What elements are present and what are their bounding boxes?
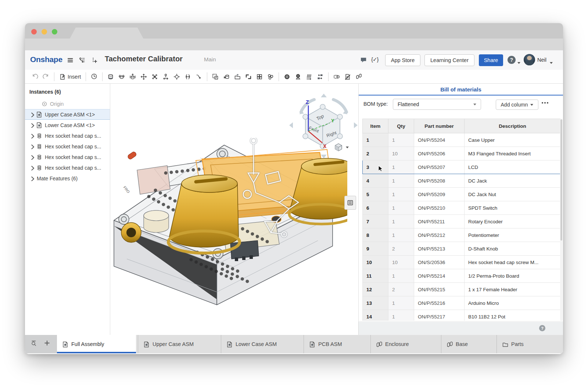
bom-row-selected[interactable]: 31ON/P/55207LCD xyxy=(363,160,561,174)
bom-panel-toggle-button[interactable] xyxy=(344,196,356,210)
rack-pinion-relation-icon[interactable] xyxy=(293,71,304,82)
tree-item-screw-2[interactable]: Hex socket head cap s... xyxy=(25,141,110,152)
select-parts-icon[interactable] xyxy=(210,71,221,82)
chevron-right-icon[interactable] xyxy=(29,176,35,181)
circular-pattern-icon[interactable] xyxy=(265,71,276,82)
tree-item-screw-1[interactable]: Hex socket head cap s... xyxy=(25,130,110,141)
bom-row[interactable]: 141ON/P/55217B10 11B2 12 Pot xyxy=(363,310,561,321)
bom-help-icon[interactable]: ? xyxy=(539,325,545,331)
chevron-right-icon[interactable] xyxy=(29,112,35,117)
undo-button[interactable] xyxy=(29,71,40,82)
app-store-button[interactable]: App Store xyxy=(385,54,420,66)
show-hidden-icon[interactable] xyxy=(342,71,353,82)
tab-parts-folder[interactable]: Parts xyxy=(496,335,553,353)
cylindrical-mate-icon[interactable] xyxy=(171,71,182,82)
view-options-caret-icon[interactable] xyxy=(346,147,349,148)
bom-row[interactable]: 122ON/P/552151 x 17 Female Header xyxy=(363,283,561,296)
bom-panel-title[interactable]: Bill of materials xyxy=(359,84,563,95)
snap-mode-icon[interactable] xyxy=(193,71,204,82)
tree-item-screw-3[interactable]: Hex socket head cap s... xyxy=(25,152,110,162)
zoom-window-button[interactable] xyxy=(52,29,57,35)
more-options-icon[interactable] xyxy=(542,102,548,104)
learning-center-button[interactable]: Learning Center xyxy=(424,54,474,66)
insert-button[interactable]: Insert xyxy=(57,73,83,80)
bom-row[interactable]: 51ON/P/55209DC Jack Nut xyxy=(363,188,561,201)
gear-relation-icon[interactable] xyxy=(282,71,293,82)
pin-slot-mate-icon[interactable] xyxy=(160,71,171,82)
bom-row[interactable]: 131ON/P/55216Arduino Micro xyxy=(363,296,561,310)
fastened-mate-icon[interactable] xyxy=(105,71,116,82)
replicate-icon[interactable] xyxy=(221,71,232,82)
tree-item-lower-case-asm[interactable]: Lower Case ASM <1> xyxy=(25,120,110,130)
col-desc[interactable]: Description xyxy=(465,119,561,133)
exploded-view-icon[interactable] xyxy=(353,71,364,82)
main-menu-hamburger-icon[interactable] xyxy=(66,56,74,64)
swap-instance-icon[interactable] xyxy=(315,71,326,82)
share-button[interactable]: Share xyxy=(479,54,503,66)
tab-base[interactable]: Base xyxy=(441,335,495,353)
chevron-right-icon[interactable] xyxy=(29,144,35,149)
revolute-mate-icon[interactable] xyxy=(116,71,127,82)
onshape-logo[interactable]: Onshape xyxy=(30,55,62,64)
tree-item-upper-case-asm[interactable]: Upper Case ASM <1> xyxy=(25,109,110,120)
minimize-window-button[interactable] xyxy=(42,29,47,35)
workspace-name[interactable]: Main xyxy=(204,56,216,62)
versions-graph-icon[interactable] xyxy=(78,56,86,64)
parallel-mate-icon[interactable] xyxy=(182,71,193,82)
graphics-viewport[interactable]: FRO xyxy=(110,84,358,335)
help-caret-icon[interactable] xyxy=(517,59,520,65)
chevron-right-icon[interactable] xyxy=(29,133,35,138)
featurescript-icon[interactable]: {✓} xyxy=(371,56,379,63)
view-options-button[interactable] xyxy=(334,143,349,152)
comments-icon[interactable] xyxy=(359,56,368,64)
bom-row[interactable]: 92ON/P/55213D-Shaft Knob xyxy=(363,242,561,256)
bom-row[interactable]: 11ON/P/55204Case Upper xyxy=(363,133,561,147)
follow-mode-icon[interactable] xyxy=(90,56,98,64)
avatar[interactable] xyxy=(524,54,535,65)
bom-row[interactable]: 41ON/P/55208DC Jack xyxy=(363,174,561,188)
planar-mate-icon[interactable] xyxy=(138,71,149,82)
bom-row[interactable]: 1010ON/S/20536Hex socket head cap screw … xyxy=(363,256,561,269)
tab-pcb-asm[interactable]: PCB ASM xyxy=(304,335,369,353)
bom-row[interactable]: 210ON/P/55206M3 Flanged Threaded Insert xyxy=(363,147,561,160)
pattern-icon[interactable] xyxy=(243,71,254,82)
add-column-button[interactable]: Add column xyxy=(496,100,538,110)
bom-row[interactable]: 81ON/P/55212Potentiometer xyxy=(363,228,561,242)
browser-tab[interactable] xyxy=(70,28,143,39)
bom-scrollbar[interactable] xyxy=(560,119,563,321)
create-tab-icon[interactable] xyxy=(44,340,51,349)
user-menu-caret-icon[interactable] xyxy=(550,59,553,65)
tab-enclosure[interactable]: Enclosure xyxy=(370,335,440,353)
ball-mate-icon[interactable] xyxy=(149,71,160,82)
col-part[interactable]: Part number xyxy=(414,119,465,133)
help-button[interactable]: ? xyxy=(508,56,516,64)
col-qty[interactable]: Qty xyxy=(388,119,414,133)
redo-button[interactable] xyxy=(40,71,51,82)
assembly-3d-model[interactable]: FRO xyxy=(112,138,347,314)
tab-upper-case-asm[interactable]: Upper Case ASM xyxy=(138,335,219,353)
bom-row[interactable]: 61ON/P/55210SPDT Switch xyxy=(363,201,561,215)
slider-mate-icon[interactable] xyxy=(127,71,138,82)
tree-item-mate-features[interactable]: Mate Features (6) xyxy=(25,173,110,184)
insert-folder-icon[interactable] xyxy=(232,71,243,82)
manage-tabs-icon[interactable] xyxy=(31,340,38,349)
bom-type-select[interactable]: Flattened xyxy=(393,99,481,110)
bom-scrollbar-thumb[interactable] xyxy=(560,119,562,241)
chevron-right-icon[interactable] xyxy=(29,122,35,128)
user-name[interactable]: Neil xyxy=(537,57,546,63)
tab-full-assembly[interactable]: Full Assembly xyxy=(57,335,136,353)
bom-row[interactable]: 71ON/P/55211Rotary Encoder xyxy=(363,215,561,228)
document-title[interactable]: Tachometer Calibrator xyxy=(105,55,183,63)
linear-pattern-icon[interactable] xyxy=(254,71,265,82)
col-item[interactable]: Item xyxy=(363,119,388,133)
tree-item-screw-4[interactable]: Hex socket head cap s... xyxy=(25,162,110,173)
bom-row[interactable]: 111ON/P/552141/2 Perma-Proto Board xyxy=(363,269,561,283)
tree-item-origin[interactable]: Origin xyxy=(25,98,110,109)
chevron-right-icon[interactable] xyxy=(29,154,35,160)
section-view-icon[interactable] xyxy=(331,71,342,82)
named-views-icon[interactable] xyxy=(89,71,100,82)
screw-relation-icon[interactable] xyxy=(304,71,315,82)
tab-lower-case-asm[interactable]: Lower Case ASM xyxy=(221,335,302,353)
close-window-button[interactable] xyxy=(31,29,37,35)
chevron-right-icon[interactable] xyxy=(29,165,35,170)
